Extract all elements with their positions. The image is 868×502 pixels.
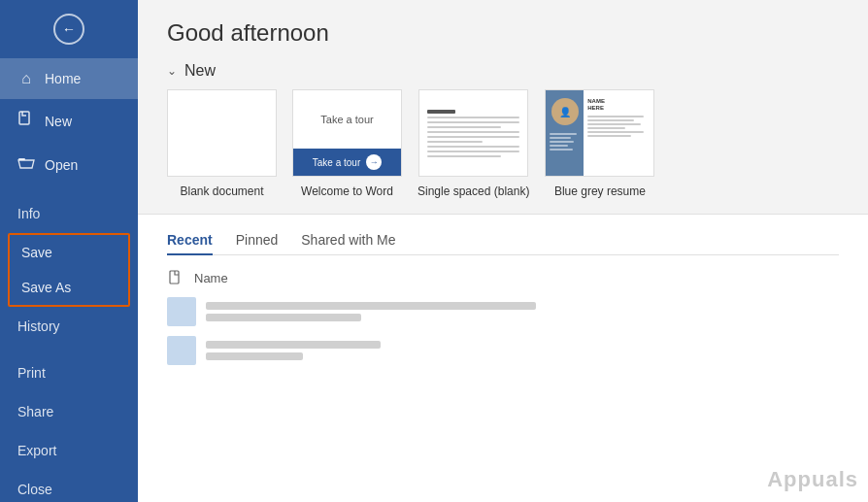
tabs-row: Recent Pinned Shared with Me — [167, 226, 839, 255]
svg-rect-0 — [19, 112, 29, 124]
sidebar-item-label: New — [45, 114, 72, 129]
doc-line — [427, 131, 519, 133]
doc-line — [427, 110, 455, 114]
sidebar-item-share[interactable]: Share — [0, 392, 138, 431]
new-section-label: New — [184, 62, 216, 80]
sidebar-item-home[interactable]: ⌂ Home — [0, 58, 138, 99]
file-info — [206, 341, 839, 360]
file-name-bar — [206, 341, 381, 349]
file-thumbnail — [167, 336, 196, 365]
single-spaced-thumb — [418, 89, 528, 177]
sidebar-item-label: Export — [17, 443, 56, 458]
file-meta-bar — [206, 314, 361, 321]
file-info — [206, 302, 839, 321]
file-icon — [167, 269, 184, 286]
welcome-label: Welcome to Word — [301, 184, 393, 198]
tab-recent[interactable]: Recent — [167, 226, 213, 255]
back-button[interactable]: ← — [0, 0, 138, 58]
welcome-bar-label: Take a tour — [313, 157, 360, 168]
sidebar: ← ⌂ Home New Open Info Save Sa — [0, 0, 138, 502]
watermark: Appuals — [767, 467, 858, 492]
file-thumbnail — [167, 297, 196, 326]
file-list-header: Name — [167, 265, 839, 292]
templates-row: Blank document Take a tour Take a tour →… — [138, 89, 868, 214]
resume-label: Blue grey resume — [554, 184, 646, 198]
doc-line — [427, 117, 519, 118]
new-section-header: ⌄ New — [138, 62, 868, 89]
welcome-thumb: Take a tour Take a tour → — [292, 89, 402, 177]
sidebar-item-info[interactable]: Info — [0, 194, 138, 233]
main-content: Good afternoon ⌄ New Blank document Take… — [138, 0, 868, 502]
recent-section: Recent Pinned Shared with Me Name — [138, 214, 868, 502]
template-welcome[interactable]: Take a tour Take a tour → Welcome to Wor… — [292, 89, 402, 198]
sidebar-item-history[interactable]: History — [0, 307, 138, 346]
home-icon: ⌂ — [17, 70, 35, 87]
single-spaced-label: Single spaced (blank) — [417, 184, 529, 198]
doc-line — [427, 136, 519, 138]
resume-thumb: 👤 NAMEHERE — [545, 89, 654, 177]
doc-line — [427, 155, 501, 157]
template-single-spaced[interactable]: Single spaced (blank) — [417, 89, 529, 198]
doc-line — [427, 146, 519, 148]
sidebar-item-label: Info — [17, 206, 40, 221]
save-group: Save Save As — [8, 233, 130, 307]
sidebar-item-print[interactable]: Print — [0, 353, 138, 392]
file-name-bar — [206, 302, 536, 310]
welcome-bar: Take a tour → — [293, 149, 401, 176]
tab-shared[interactable]: Shared with Me — [301, 226, 395, 255]
sidebar-item-label: Save — [21, 245, 52, 260]
blank-document-label: Blank document — [180, 184, 263, 198]
sidebar-item-open[interactable]: Open — [0, 144, 138, 186]
doc-line — [427, 121, 519, 123]
doc-line — [427, 141, 483, 143]
file-row[interactable] — [167, 331, 839, 370]
doc-line — [427, 126, 501, 128]
chevron-down-icon[interactable]: ⌄ — [167, 64, 177, 78]
sidebar-item-close[interactable]: Close — [0, 470, 138, 502]
sidebar-item-label: Close — [17, 482, 52, 497]
blank-document-thumb — [167, 89, 277, 177]
new-document-icon — [17, 111, 35, 132]
sidebar-item-export[interactable]: Export — [0, 431, 138, 470]
sidebar-item-label: Home — [45, 71, 81, 86]
sidebar-item-label: Open — [45, 157, 78, 173]
sidebar-item-label: Print — [17, 365, 46, 381]
tour-text: Take a tour — [320, 90, 373, 149]
back-arrow-icon: ← — [53, 14, 84, 45]
sidebar-item-save[interactable]: Save — [10, 235, 128, 270]
file-list-name-header: Name — [194, 271, 228, 285]
sidebar-item-label: Share — [17, 404, 53, 419]
greeting-text: Good afternoon — [138, 0, 868, 62]
resume-avatar: 👤 — [551, 98, 579, 125]
sidebar-item-label: Save As — [21, 280, 71, 295]
sidebar-item-save-as[interactable]: Save As — [10, 270, 128, 305]
sidebar-item-new[interactable]: New — [0, 99, 138, 144]
template-resume[interactable]: 👤 NAMEHERE — [545, 89, 654, 198]
template-blank[interactable]: Blank document — [167, 89, 277, 198]
tab-pinned[interactable]: Pinned — [236, 226, 279, 255]
file-row[interactable] — [167, 292, 839, 331]
sidebar-item-label: History — [17, 318, 60, 334]
doc-line — [427, 151, 519, 152]
arrow-right-icon: → — [366, 154, 382, 170]
file-meta-bar — [206, 352, 303, 360]
open-icon — [17, 155, 35, 175]
